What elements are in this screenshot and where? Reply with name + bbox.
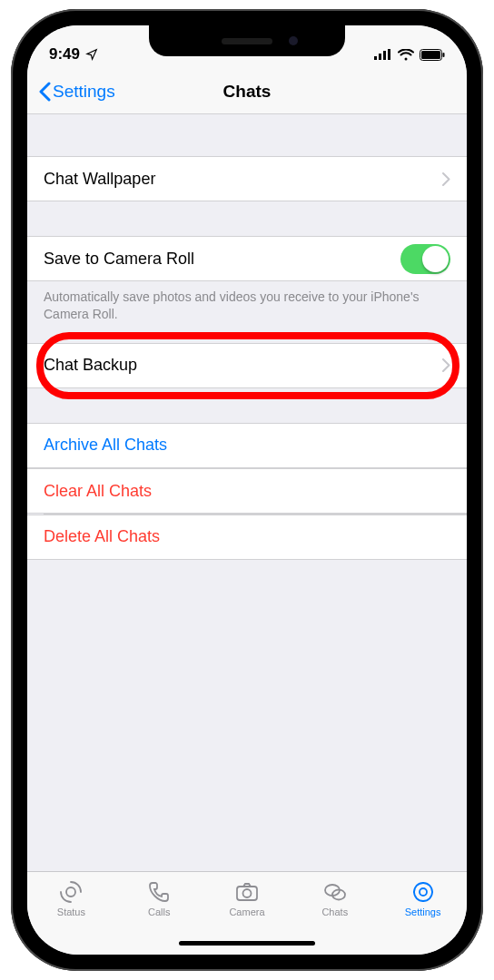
- tab-settings[interactable]: Settings: [379, 879, 467, 917]
- chevron-left-icon: [38, 82, 51, 102]
- status-icon: [58, 879, 84, 905]
- svg-rect-0: [374, 56, 377, 60]
- phone-frame: 9:49: [11, 9, 483, 971]
- tab-settings-label: Settings: [405, 906, 441, 917]
- status-time: 9:49: [49, 45, 80, 64]
- delete-all-chats-label: Delete All Chats: [44, 527, 450, 546]
- svg-rect-6: [443, 53, 445, 57]
- tab-status[interactable]: Status: [27, 879, 115, 917]
- screen: 9:49: [27, 25, 467, 955]
- back-button[interactable]: Settings: [38, 82, 115, 102]
- tab-calls-label: Calls: [148, 906, 170, 917]
- svg-rect-5: [421, 51, 440, 59]
- save-camera-roll-toggle[interactable]: [400, 244, 450, 274]
- archive-all-chats-label: Archive All Chats: [44, 436, 450, 455]
- notch: [149, 25, 345, 56]
- chat-wallpaper-row[interactable]: Chat Wallpaper: [27, 156, 467, 201]
- clear-all-chats-label: Clear All Chats: [44, 482, 450, 501]
- content-area: Chat Wallpaper Save to Camera Roll Autom…: [27, 114, 467, 871]
- tab-calls[interactable]: Calls: [115, 879, 203, 917]
- tab-chats-label: Chats: [321, 906, 348, 917]
- back-label: Settings: [53, 82, 115, 102]
- svg-point-9: [242, 889, 251, 897]
- svg-rect-2: [383, 51, 386, 60]
- chat-wallpaper-label: Chat Wallpaper: [44, 170, 442, 189]
- chats-icon: [322, 879, 348, 905]
- svg-point-7: [66, 887, 75, 897]
- svg-point-13: [420, 888, 427, 896]
- tab-status-label: Status: [57, 906, 85, 917]
- chat-backup-row[interactable]: Chat Backup: [27, 343, 467, 388]
- chevron-right-icon: [442, 172, 450, 186]
- tab-camera-label: Camera: [229, 906, 264, 917]
- location-icon: [85, 48, 98, 61]
- tab-camera[interactable]: Camera: [203, 879, 291, 917]
- svg-rect-1: [379, 54, 381, 60]
- nav-title: Chats: [223, 82, 272, 102]
- battery-icon: [420, 49, 445, 61]
- save-camera-roll-row[interactable]: Save to Camera Roll: [27, 236, 467, 281]
- archive-all-chats-row[interactable]: Archive All Chats: [27, 423, 467, 468]
- delete-all-chats-row[interactable]: Delete All Chats: [27, 514, 467, 560]
- cellular-signal-icon: [374, 49, 392, 60]
- nav-bar: Settings Chats: [27, 69, 467, 114]
- camera-icon: [234, 879, 260, 905]
- home-indicator[interactable]: [179, 941, 315, 946]
- camera-roll-footer-text: Automatically save photos and videos you…: [27, 281, 467, 323]
- tab-chats[interactable]: Chats: [291, 879, 379, 917]
- svg-rect-3: [388, 49, 390, 60]
- chevron-right-icon: [442, 358, 450, 372]
- chat-backup-label: Chat Backup: [44, 356, 442, 375]
- calls-icon: [146, 879, 172, 905]
- wifi-icon: [398, 49, 414, 61]
- save-camera-roll-label: Save to Camera Roll: [44, 250, 400, 269]
- clear-all-chats-row[interactable]: Clear All Chats: [27, 468, 467, 514]
- settings-icon: [410, 879, 436, 905]
